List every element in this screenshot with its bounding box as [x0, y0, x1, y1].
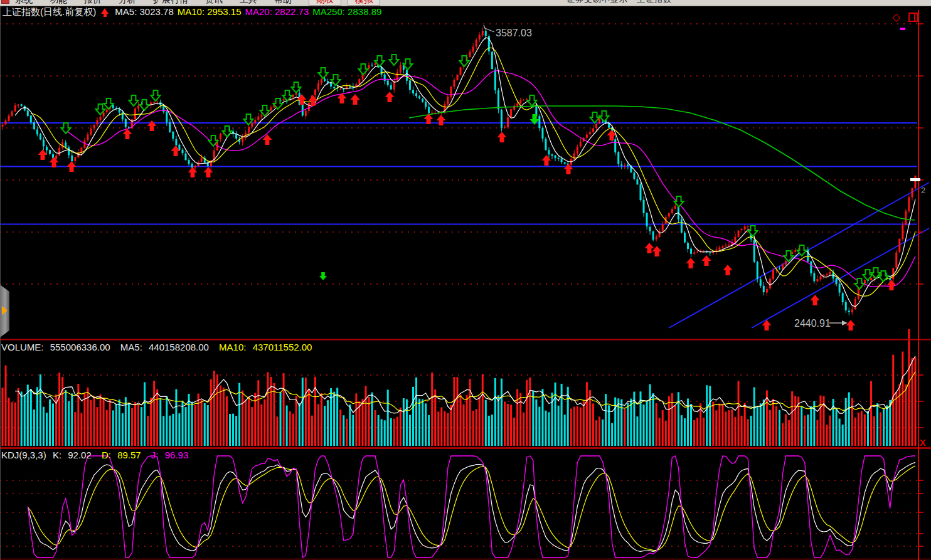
chart-canvas[interactable]: 3587.032440.91: [0, 0, 931, 560]
diamond-icon[interactable]: ◇: [892, 11, 900, 24]
candlesticks: [2, 28, 917, 315]
kdj-j-label: J:: [151, 450, 159, 460]
menu-item-2[interactable]: 报价: [84, 0, 102, 4]
drawn-lines: [0, 123, 929, 328]
volume-label: VOLUME:: [1, 342, 44, 352]
menu-item-3[interactable]: 分析: [119, 0, 136, 4]
red-up-arrow-icon: [101, 8, 109, 14]
application-window: 3587.032440.91 系统功能报价分析扩展行情资讯工具帮助期权模拟 证券…: [0, 0, 931, 560]
expand-arrow-icon: [2, 306, 8, 315]
magenta-marker: [900, 28, 905, 30]
main-chart-header: 上证指数(日线.前复权) MA5: 3023.78MA10: 2953.15MA…: [3, 6, 389, 18]
ma-legend-item-2: MA20: 2822.73: [245, 6, 309, 17]
ma-legend-item-0: MA5: 3023.78: [115, 6, 173, 17]
ma-legend-item-3: MA250: 2838.89: [312, 6, 381, 17]
volume-value: 555006336.00: [50, 342, 110, 352]
kdj-j-value: 96.93: [165, 450, 189, 460]
volume-ma5-value: 440158208.00: [149, 342, 209, 352]
price-annotations: 3587.032440.91: [484, 25, 848, 329]
low-annotation: 2440.91: [794, 318, 831, 329]
panel-expand-tab[interactable]: [0, 285, 9, 337]
window-title: 证券交易不显示 上证指数: [567, 0, 672, 6]
clipped-price-label: 2: [921, 186, 930, 195]
chart-title: 上证指数(日线.前复权): [3, 6, 96, 17]
menu-item-highlight-0[interactable]: 期权: [309, 0, 341, 6]
volume-ma10-line: [31, 372, 915, 411]
kdj-k-value: 92.02: [68, 450, 92, 460]
menu-item-7[interactable]: 帮助: [274, 0, 292, 4]
ma10-line: [31, 48, 915, 296]
kdj-k-label: K:: [53, 450, 61, 460]
window-split-icon[interactable]: [908, 13, 918, 22]
menu-item-4[interactable]: 扩展行情: [153, 0, 188, 4]
ma-legend: MA5: 3023.78MA10: 2953.15MA20: 2822.73MA…: [115, 6, 385, 17]
kdj-d-label: D:: [102, 450, 111, 460]
kdj-lines: [28, 456, 915, 557]
menu-bar-inner: 系统功能报价分析扩展行情资讯工具帮助期权模拟 证券交易不显示 上证指数: [0, 0, 931, 6]
volume-header: VOLUME: 555006336.00 MA5: 440158208.00 M…: [1, 342, 319, 352]
pane-frame: [0, 6, 931, 560]
ma-legend-item-1: MA10: 2953.15: [178, 6, 242, 17]
app-icon[interactable]: [1, 0, 9, 4]
close-pane-icon[interactable]: X: [920, 438, 925, 448]
menu-item-0[interactable]: 系统: [15, 0, 33, 4]
high-annotation: 3587.03: [496, 28, 532, 38]
menu-bar: 系统功能报价分析扩展行情资讯工具帮助期权模拟 证券交易不显示 上证指数: [0, 0, 931, 6]
volume-ma10-label: MA10:: [219, 342, 246, 352]
volume-ma5-label: MA5:: [120, 342, 142, 352]
kdj-label: KDJ(9,3,3): [1, 450, 46, 460]
menu-item-highlight-1[interactable]: 模拟: [348, 0, 380, 6]
kdj-d-value: 89.57: [117, 450, 141, 460]
menu-item-5[interactable]: 资讯: [205, 0, 223, 4]
volume-ma10-value: 437011552.00: [253, 342, 312, 352]
kdj-header: KDJ(9,3,3) K: 92.02 D: 89.57 J: 96.93: [1, 450, 196, 460]
menu-item-1[interactable]: 功能: [50, 0, 67, 4]
menu-item-6[interactable]: 工具: [240, 0, 257, 4]
last-price-marker: [910, 178, 920, 181]
menu-items: 系统功能报价分析扩展行情资讯工具帮助期权模拟: [15, 0, 386, 6]
